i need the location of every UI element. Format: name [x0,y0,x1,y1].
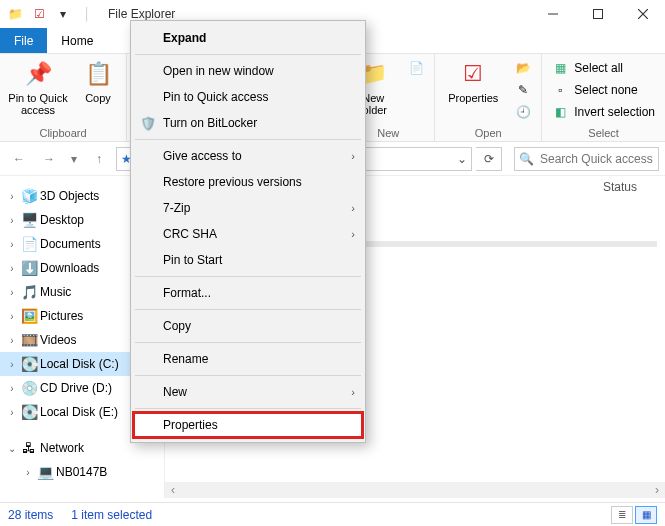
pin-label: Pin to Quick access [6,92,70,116]
tree-icon: 🎞️ [20,332,38,348]
scroll-right-icon[interactable]: › [649,482,665,498]
menu-label: Turn on BitLocker [163,116,257,130]
status-selected-count: 1 item selected [71,508,152,522]
menu-label: Pin to Quick access [163,90,268,104]
tree-icon: 🖼️ [20,308,38,324]
menu-pin-to-start[interactable]: Pin to Start [133,247,363,273]
twist-icon[interactable]: › [6,287,18,298]
qat-folder-icon[interactable]: 📁 [4,3,26,25]
history-button[interactable]: 🕘 [511,102,535,122]
menu-crc-sha[interactable]: CRC SHA› [133,221,363,247]
twist-icon[interactable]: › [6,311,18,322]
menu-give-access-to[interactable]: Give access to› [133,143,363,169]
menu-label: Expand [163,31,206,45]
twist-icon[interactable]: › [6,215,18,226]
group-label-select: Select [548,125,659,139]
tree-icon: 🖥️ [20,212,38,228]
network-icon: 🖧 [20,440,38,456]
menu-copy[interactable]: Copy [133,313,363,339]
invert-selection-button[interactable]: ◧ Invert selection [548,102,659,122]
menu-new[interactable]: New› [133,379,363,405]
qat-overflow-icon[interactable]: ▾ [52,3,74,25]
edit-icon: ✎ [515,82,531,98]
select-all-button[interactable]: ▦ Select all [548,58,659,78]
status-item-count: 28 items [8,508,53,522]
twist-icon[interactable]: › [22,467,34,478]
menu-label: Rename [163,352,208,366]
twist-icon[interactable]: › [6,383,18,394]
tree-icon: 🎵 [20,284,38,300]
new-item-button[interactable]: 📄 [404,58,428,78]
open-button[interactable]: 📂 [511,58,535,78]
select-all-label: Select all [574,61,623,75]
tab-home[interactable]: Home [47,28,107,53]
tab-file[interactable]: File [0,28,47,53]
twist-icon[interactable]: › [6,191,18,202]
details-view-button[interactable]: ≣ [611,506,633,524]
menu-label: Properties [163,418,218,432]
twist-icon[interactable]: › [6,335,18,346]
recent-locations-button[interactable]: ▾ [66,146,82,172]
status-bar: 28 items 1 item selected ≣ ▦ [0,502,665,526]
pin-icon: 📌 [22,58,54,90]
qat-check-icon[interactable]: ☑ [28,3,50,25]
horizontal-scrollbar[interactable]: ‹ › [165,482,665,498]
menu-bitlocker[interactable]: 🛡️Turn on BitLocker [133,110,363,136]
bitlocker-icon: 🛡️ [139,116,157,131]
ribbon-group-open: ☑ Properties 📂 ✎ 🕘 Open [435,54,542,141]
select-all-icon: ▦ [552,60,568,76]
icons-view-button[interactable]: ▦ [635,506,657,524]
menu-restore-previous[interactable]: Restore previous versions [133,169,363,195]
pin-to-quick-access-button[interactable]: 📌 Pin to Quick access [6,58,70,116]
submenu-arrow-icon: › [351,228,355,240]
select-none-button[interactable]: ▫ Select none [548,80,659,100]
search-box[interactable]: 🔍 Search Quick access [514,147,659,171]
quick-access-toolbar: 📁 ☑ ▾ │ [0,3,102,25]
qat-separator: │ [76,3,98,25]
submenu-arrow-icon: › [351,150,355,162]
tree-item-network-child[interactable]: › 💻 NB0147B [0,460,164,484]
select-none-icon: ▫ [552,82,568,98]
twist-icon[interactable]: › [6,263,18,274]
twist-icon[interactable]: ⌄ [6,443,18,454]
forward-button[interactable]: → [36,146,62,172]
tree-icon: 💽 [20,404,38,420]
svg-rect-0 [593,10,602,19]
scroll-left-icon[interactable]: ‹ [165,482,181,498]
menu-rename[interactable]: Rename [133,346,363,372]
maximize-button[interactable] [575,0,620,28]
menu-label: CRC SHA [163,227,217,241]
menu-label: Restore previous versions [163,175,302,189]
properties-label: Properties [448,92,498,104]
tree-label: Downloads [40,261,99,275]
ribbon-group-select: ▦ Select all ▫ Select none ◧ Invert sele… [542,54,665,141]
copy-button[interactable]: 📋 Copy [76,58,120,116]
close-button[interactable] [620,0,665,28]
tree-label: Local Disk (E:) [40,405,118,419]
twist-icon[interactable]: › [6,239,18,250]
properties-button[interactable]: ☑ Properties [441,58,505,122]
menu-pin-quick-access[interactable]: Pin to Quick access [133,84,363,110]
up-button[interactable]: ↑ [86,146,112,172]
column-header-status[interactable]: Status [603,180,637,194]
group-label-open: Open [441,125,535,139]
menu-expand[interactable]: Expand [133,25,363,51]
computer-icon: 💻 [36,464,54,480]
tree-label: CD Drive (D:) [40,381,112,395]
menu-properties[interactable]: Properties [133,412,363,438]
twist-icon[interactable]: › [6,407,18,418]
address-dropdown-icon[interactable]: ⌄ [457,152,467,166]
edit-button[interactable]: ✎ [511,80,535,100]
minimize-button[interactable] [530,0,575,28]
refresh-button[interactable]: ⟳ [476,147,502,171]
menu-format[interactable]: Format... [133,280,363,306]
back-button[interactable]: ← [6,146,32,172]
tree-label: Pictures [40,309,83,323]
menu-open-new-window[interactable]: Open in new window [133,58,363,84]
search-icon: 🔍 [519,152,534,166]
tree-icon: 💽 [20,356,38,372]
tree-label: NB0147B [56,465,107,479]
menu-label: Open in new window [163,64,274,78]
twist-icon[interactable]: › [6,359,18,370]
menu-7zip[interactable]: 7-Zip› [133,195,363,221]
